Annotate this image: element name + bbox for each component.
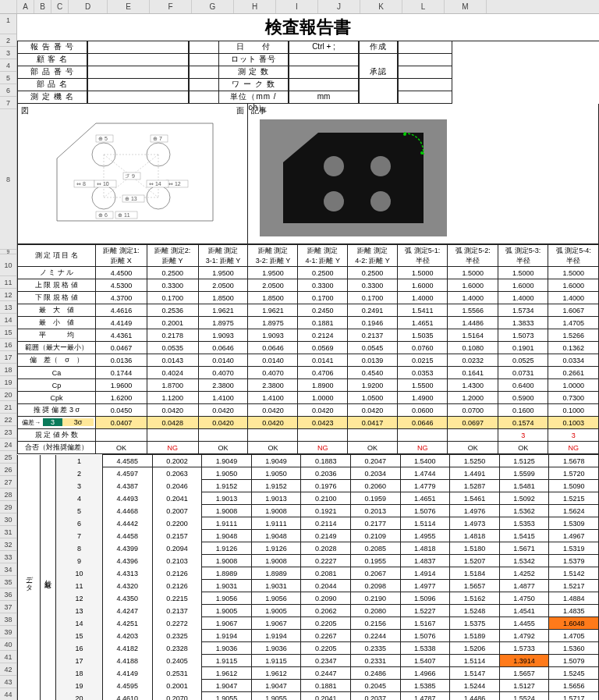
data-cell[interactable]: 1.9194 [202,630,252,642]
data-cell[interactable]: 4.4320 [103,580,153,592]
data-cell[interactable]: 1.9194 [251,630,301,642]
stat-cell[interactable]: 1.4705 [548,317,599,329]
data-cell[interactable]: 1.5096 [400,592,450,605]
value-report-no[interactable] [87,41,189,54]
stat-cell[interactable]: 0.7300 [548,392,599,404]
data-cell[interactable]: 0.2347 [301,655,351,667]
data-cell[interactable]: 0.2177 [350,517,400,530]
stat-cell[interactable]: 2.3800 [198,379,248,392]
data-cell[interactable]: 0.2156 [350,617,400,630]
data-cell[interactable]: 0.2094 [152,542,202,555]
stat-cell[interactable]: 2.3800 [248,379,298,392]
data-cell[interactable]: 1.5407 [400,655,450,667]
stat-cell[interactable]: 1.4100 [248,392,298,404]
stat-cell[interactable]: 0.0569 [298,342,348,354]
data-cell[interactable]: 0.2486 [350,667,400,680]
data-cell[interactable]: 1.5227 [400,605,450,617]
stat-cell[interactable]: 1.4000 [448,292,498,304]
stat-cell[interactable]: 0.4070 [198,367,248,379]
data-cell[interactable]: 1.9036 [202,642,252,655]
data-cell[interactable]: 1.5207 [450,555,500,567]
data-cell[interactable]: 1.4818 [450,530,500,542]
data-cell[interactable]: 1.5657 [499,667,549,680]
data-cell[interactable]: 0.1921 [301,505,351,517]
stat-cell[interactable]: 1.0500 [348,392,398,404]
data-cell[interactable]: 1.5162 [450,592,500,605]
stat-cell[interactable]: 2.0500 [248,279,298,292]
data-cell[interactable]: 1.5189 [450,630,500,642]
data-cell[interactable]: 1.4973 [450,517,500,530]
data-cell[interactable]: 0.2085 [350,542,400,555]
stat-cell[interactable]: 0.2500 [348,267,398,279]
data-cell[interactable]: 1.5733 [499,642,549,655]
stat-cell[interactable]: 0.2500 [147,267,198,279]
stat-cell[interactable]: 1.9093 [248,329,298,342]
data-cell[interactable]: 4.4387 [103,480,153,492]
stat-cell[interactable]: 0.1744 [96,367,147,379]
stat-cell[interactable]: 1.4651 [397,317,448,329]
stat-cell[interactable]: 0.3300 [147,279,198,292]
stat-cell[interactable]: 4.5300 [96,279,147,292]
data-cell[interactable]: 1.4491 [450,467,500,480]
stat-cell[interactable]: 0.1881 [298,317,348,329]
stat-cell[interactable]: 0.0700 [448,404,498,417]
data-cell[interactable]: 1.5250 [450,455,500,467]
stat-cell[interactable]: 0.0140 [248,354,298,367]
stat-cell[interactable]: 0.1700 [348,292,398,304]
stat-cell[interactable]: 0.0731 [498,367,548,379]
stat-cell[interactable]: 2.0500 [198,279,248,292]
data-cell[interactable]: 0.2001 [152,680,202,692]
data-cell[interactable]: 1.9056 [202,592,252,605]
data-cell[interactable]: 1.5287 [450,480,500,492]
data-cell[interactable]: 1.5481 [499,480,549,492]
stat-cell[interactable]: 0.0420 [248,404,298,417]
stat-cell[interactable]: 1.5000 [448,267,498,279]
data-cell[interactable]: 1.9008 [251,555,301,567]
stat-cell[interactable]: 0.0420 [198,404,248,417]
data-cell[interactable]: 1.4967 [549,530,599,542]
data-cell[interactable]: 1.9047 [202,680,252,692]
stat-cell[interactable]: 0.0600 [397,404,448,417]
stat-cell[interactable]: 1.5734 [498,304,548,317]
stat-cell[interactable]: 0.0760 [397,342,448,354]
stat-cell[interactable]: 0.0420 [348,404,398,417]
data-cell[interactable]: 0.2328 [152,642,202,655]
stat-cell[interactable]: 4.4500 [96,267,147,279]
stat-cell[interactable]: 0.2137 [348,329,398,342]
data-cell[interactable]: 0.2063 [152,467,202,480]
stat-cell[interactable]: 0.2500 [298,267,348,279]
data-cell[interactable]: 1.9005 [202,605,252,617]
stat-cell[interactable]: 1.2000 [448,392,498,404]
data-cell[interactable]: 1.4252 [499,567,549,580]
data-cell[interactable]: 1.5206 [450,642,500,655]
data-cell[interactable]: 1.9111 [251,517,301,530]
stat-cell[interactable]: 0.1901 [498,342,548,354]
data-cell[interactable]: 1.9050 [202,467,252,480]
data-cell[interactable]: 1.9048 [251,530,301,542]
stat-cell[interactable]: 1.9621 [248,304,298,317]
data-cell[interactable]: 4.4182 [103,642,153,655]
data-cell[interactable]: 4.4247 [103,605,153,617]
stat-cell[interactable]: 0.3300 [298,279,348,292]
data-cell[interactable]: 1.4884 [549,592,599,605]
stat-cell[interactable]: 0.0420 [298,404,348,417]
data-cell[interactable]: 0.2244 [350,630,400,642]
data-cell[interactable]: 1.9008 [202,505,252,517]
stat-cell[interactable]: 0.2661 [548,367,599,379]
data-cell[interactable]: 1.5245 [549,667,599,680]
stat-cell[interactable]: 1.5566 [448,304,498,317]
stat-cell[interactable]: 0.1000 [548,404,599,417]
data-cell[interactable]: 0.2109 [350,530,400,542]
data-cell[interactable]: 0.2325 [152,630,202,642]
data-cell[interactable]: 1.4787 [400,692,450,701]
data-cell[interactable]: 0.2037 [350,692,400,701]
data-cell[interactable]: 1.5215 [549,492,599,505]
data-cell[interactable]: 1.4744 [400,467,450,480]
stat-cell[interactable]: 1.8975 [198,317,248,329]
data-cell[interactable]: 1.5180 [450,542,500,555]
data-cell[interactable]: 1.4705 [549,630,599,642]
data-cell[interactable]: 0.2046 [152,480,202,492]
data-cell[interactable]: 0.2034 [350,467,400,480]
data-cell[interactable]: 1.9126 [202,542,252,555]
stat-cell[interactable]: 0.2001 [147,317,198,329]
